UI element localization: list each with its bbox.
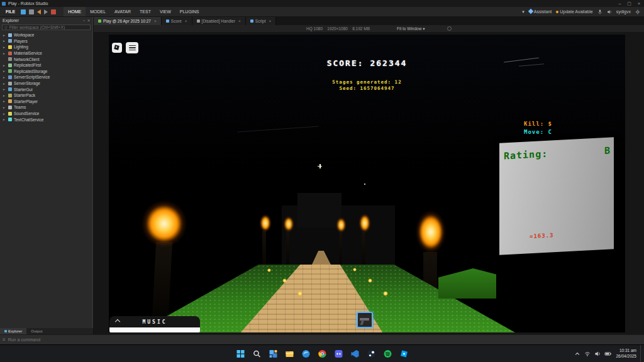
widgets-icon[interactable] bbox=[267, 347, 280, 360]
tree-item-label: StarterGui bbox=[14, 87, 33, 92]
mic-icon[interactable] bbox=[597, 9, 602, 14]
vscode-icon[interactable] bbox=[348, 347, 362, 360]
redo-icon[interactable] bbox=[44, 9, 48, 14]
doc-tab-play-session[interactable]: Play @ 26 Apr 2025 10:27× bbox=[94, 17, 162, 25]
expand-arrow-icon[interactable]: ▸ bbox=[3, 82, 6, 85]
tab-output[interactable]: Output bbox=[26, 328, 47, 334]
game-scene[interactable]: SCORE: 262344 Stages generated: 12 Seed:… bbox=[109, 35, 625, 332]
assistant-button[interactable]: Assistant bbox=[529, 9, 552, 14]
show-desktop-button[interactable] bbox=[640, 345, 642, 362]
gear-icon[interactable] bbox=[635, 9, 640, 14]
tree-item-materialservice[interactable]: ▸MaterialService bbox=[0, 50, 92, 57]
close-tab-icon[interactable]: × bbox=[154, 19, 157, 23]
search-icon[interactable] bbox=[250, 347, 264, 360]
music-progress-bar[interactable] bbox=[109, 327, 200, 332]
tree-item-starterplayer[interactable]: ▸StarterPlayer bbox=[0, 99, 92, 105]
chevron-down-icon[interactable]: ▾ bbox=[522, 9, 525, 14]
expand-arrow-icon[interactable]: ▸ bbox=[3, 75, 6, 79]
tool-slot-gun[interactable] bbox=[357, 312, 373, 328]
stop-icon[interactable] bbox=[51, 9, 56, 14]
start-icon[interactable] bbox=[234, 347, 247, 360]
tree-item-replicatedstorage[interactable]: ▸ReplicatedStorage bbox=[0, 69, 92, 75]
command-bar-icon: ≡ bbox=[3, 337, 6, 343]
edge-icon[interactable] bbox=[299, 347, 313, 360]
expand-arrow-icon[interactable]: ▸ bbox=[3, 118, 6, 121]
update-dot-icon bbox=[556, 11, 558, 13]
username[interactable]: sydigvx bbox=[616, 9, 631, 14]
explorer-filter[interactable]: ▽ bbox=[2, 25, 91, 30]
billboard-value: =163.3 bbox=[530, 232, 554, 239]
explorer-filter-input[interactable] bbox=[9, 25, 88, 30]
close-tab-icon[interactable]: × bbox=[185, 19, 187, 23]
file-menu-button[interactable]: FILE bbox=[0, 7, 21, 16]
expand-arrow-icon[interactable]: ▸ bbox=[3, 69, 6, 73]
expand-arrow-icon[interactable]: ▸ bbox=[3, 63, 6, 67]
ribbon-tab-plugins[interactable]: PLUGINS bbox=[175, 7, 204, 16]
ribbon-tab-view[interactable]: VIEW bbox=[155, 7, 175, 16]
expand-arrow-icon[interactable]: ▸ bbox=[3, 45, 6, 49]
update-available-button[interactable]: Update Available bbox=[556, 9, 592, 14]
steam-icon[interactable] bbox=[365, 347, 378, 360]
tree-item-lighting[interactable]: ▸Lighting bbox=[0, 44, 92, 50]
wifi-icon[interactable] bbox=[584, 351, 591, 357]
ribbon-tab-avatar[interactable]: AVATAR bbox=[110, 7, 135, 16]
tree-item-textchatservice[interactable]: ▸TextChatService bbox=[0, 116, 92, 123]
command-input[interactable] bbox=[8, 337, 197, 342]
expand-arrow-icon[interactable]: ▸ bbox=[3, 106, 6, 109]
doc-tab-script[interactable]: Script× bbox=[246, 17, 276, 25]
fit-to-window-dropdown[interactable]: Fit to Window ▾ bbox=[397, 26, 425, 31]
expand-arrow-icon[interactable]: ▸ bbox=[3, 52, 6, 55]
tree-item-soundservice[interactable]: ▸SoundService bbox=[0, 111, 92, 117]
roblox-studio-icon[interactable] bbox=[397, 347, 411, 360]
close-panel-icon[interactable]: × bbox=[87, 18, 90, 23]
doc-tab-disabled-handler[interactable]: [Disabled] Handler× bbox=[192, 17, 246, 25]
ribbon-tab-model[interactable]: MODEL bbox=[86, 7, 110, 16]
taskbar-clock[interactable]: 10:31 am 26/04/2025 bbox=[616, 348, 636, 359]
undo-icon[interactable] bbox=[37, 9, 41, 14]
hamburger-menu-button[interactable] bbox=[126, 42, 138, 53]
chrome-icon[interactable] bbox=[316, 347, 329, 360]
file-explorer-icon[interactable] bbox=[283, 347, 296, 360]
minimize-button[interactable]: – bbox=[618, 1, 621, 6]
tree-item-replicatedfirst[interactable]: ▸ReplicatedFirst bbox=[0, 62, 92, 69]
ribbon-tab-test[interactable]: TEST bbox=[135, 7, 155, 16]
tab-explorer[interactable]: Explorer bbox=[0, 328, 26, 334]
tree-item-workspace[interactable]: ▸Workspace bbox=[0, 32, 92, 38]
roblox-menu-button[interactable] bbox=[112, 43, 122, 53]
tree-item-startergui[interactable]: ▸StarterGui bbox=[0, 86, 92, 92]
close-tab-icon[interactable]: × bbox=[269, 19, 271, 23]
save-icon[interactable] bbox=[29, 9, 34, 14]
new-icon[interactable] bbox=[21, 9, 26, 14]
discord-icon[interactable] bbox=[332, 347, 345, 360]
tree-item-serverstorage[interactable]: ▸ServerStorage bbox=[0, 80, 92, 87]
instance-icon bbox=[8, 82, 12, 85]
battery-icon[interactable] bbox=[604, 351, 612, 357]
ribbon-tab-home[interactable]: HOME bbox=[64, 7, 86, 16]
expand-arrow-icon[interactable]: ▸ bbox=[3, 112, 6, 116]
close-tab-icon[interactable]: × bbox=[238, 19, 241, 23]
expand-arrow-icon[interactable]: ▸ bbox=[3, 87, 6, 91]
tree-item-label: StarterPack bbox=[14, 93, 35, 97]
speaker-icon[interactable] bbox=[607, 9, 612, 14]
doc-tab-score[interactable]: Score× bbox=[162, 17, 192, 25]
tree-item-starterpack[interactable]: ▸StarterPack bbox=[0, 92, 92, 99]
spotify-icon[interactable] bbox=[381, 347, 394, 360]
clock-time: 10:31 am bbox=[616, 348, 636, 354]
expand-arrow-icon[interactable]: ▸ bbox=[3, 39, 6, 43]
instance-icon bbox=[8, 52, 12, 55]
expand-arrow-icon[interactable]: ▸ bbox=[3, 33, 6, 37]
volume-icon[interactable] bbox=[594, 351, 601, 357]
tree-item-networkclient[interactable]: NetworkClient bbox=[0, 56, 92, 62]
tree-item-players[interactable]: ▸Players bbox=[0, 38, 92, 45]
expand-arrow-icon[interactable]: ▸ bbox=[3, 99, 6, 103]
close-button[interactable]: × bbox=[638, 1, 640, 6]
music-widget[interactable]: MUSIC bbox=[109, 316, 200, 332]
filter-funnel-icon: ▽ bbox=[4, 25, 8, 30]
tree-item-teams[interactable]: ▸Teams bbox=[0, 104, 92, 111]
tree-item-serverscriptservice[interactable]: ▸ServerScriptService bbox=[0, 74, 92, 80]
expand-arrow-icon[interactable]: ▸ bbox=[3, 94, 6, 97]
tray-chevron-up-icon[interactable] bbox=[574, 351, 580, 357]
maximize-button[interactable]: ▢ bbox=[627, 1, 631, 6]
record-button[interactable] bbox=[447, 26, 452, 31]
pin-icon[interactable]: ▫ bbox=[83, 18, 84, 23]
